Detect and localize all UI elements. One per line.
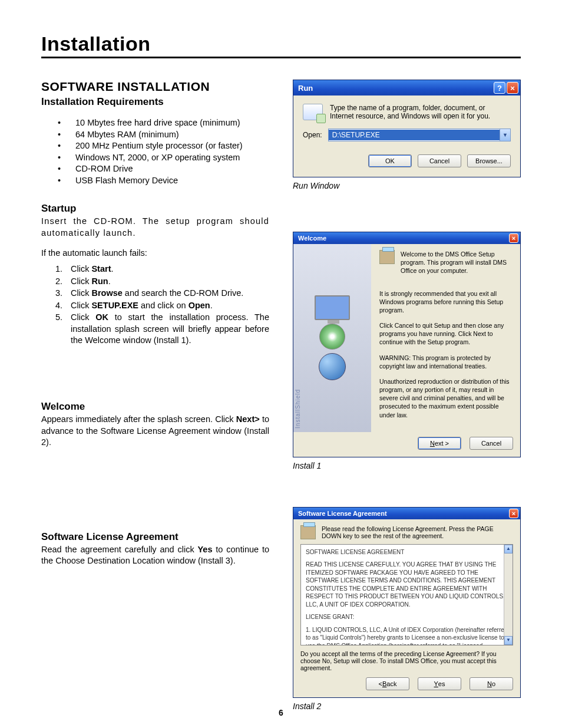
chevron-down-icon[interactable]: ▼ [500, 129, 510, 141]
license-head-text: Please read the following License Agreem… [322, 525, 513, 539]
welcome-body: Appears immediately after the splash scr… [41, 414, 269, 449]
package-icon [300, 525, 316, 539]
run-title-text: Run [298, 84, 313, 93]
license-ta-p: LICENSE GRANT: [306, 613, 508, 621]
welcome-p3: Click Cancel to quit Setup and then clos… [379, 321, 512, 347]
list-item: 64 Mbytes RAM (minimum) [58, 129, 269, 141]
section-heading-welcome: Welcome [41, 401, 269, 413]
welcome-p4: WARNING: This program is protected by co… [379, 354, 512, 370]
open-value: D:\SETUP.EXE [329, 130, 500, 140]
scroll-up-icon[interactable]: ▲ [504, 545, 513, 554]
list-item: 200 MHz Pentium style processor (or fast… [58, 140, 269, 152]
package-icon [379, 250, 395, 264]
list-item: Click OK to start the installation proce… [65, 312, 269, 347]
run-dialog: Run ? × Type the name of a program, fold… [293, 80, 521, 177]
list-item: Click Run. [65, 276, 269, 288]
scrollbar[interactable]: ▲ ▼ [504, 545, 513, 645]
license-ta-p: READ THIS LICENSE CAREFULLY. YOU AGREE T… [306, 561, 508, 608]
scroll-down-icon[interactable]: ▼ [504, 636, 513, 645]
run-instruction: Type the name of a program, folder, docu… [330, 104, 511, 120]
list-item: Click SETUP.EXE and click on Open. [65, 300, 269, 312]
welcome-p1: Welcome to the DMS Office Setup program.… [401, 250, 512, 275]
list-item: Windows NT, 2000, or XP operating system [58, 152, 269, 164]
list-item: Click Browse and search the CD-ROM Drive… [65, 288, 269, 299]
open-combobox[interactable]: D:\SETUP.EXE ▼ [328, 129, 511, 141]
run-caption: Run Window [293, 181, 521, 190]
run-program-icon [303, 104, 323, 120]
run-titlebar: Run ? × [293, 80, 520, 95]
help-icon[interactable]: ? [494, 82, 505, 94]
license-body: Read the agreement carefully and click Y… [41, 544, 269, 567]
welcome-caption: Install 1 [293, 461, 521, 470]
close-icon[interactable]: × [509, 509, 518, 518]
license-ta-p: 1. LIQUID CONTROLS, LLC, A Unit of IDEX … [306, 626, 508, 645]
startup-p1: Insert the CD-ROM. The setup program sho… [41, 216, 269, 239]
installshield-tag: InstallShield [295, 389, 301, 429]
license-ta-p: SOFTWARE LICENSE AGREEMENT [306, 548, 508, 556]
monitor-icon [315, 295, 350, 320]
welcome-side-graphic: InstallShield [293, 244, 371, 432]
welcome-p2: It is strongly recommended that you exit… [379, 289, 512, 315]
page-number: 6 [0, 708, 562, 717]
subheading-install-req: Installation Requirements [41, 96, 269, 108]
requirements-list: 10 Mbytes free hard drive space (minimum… [58, 117, 269, 186]
startup-p2: If the automatic launch fails: [41, 248, 269, 259]
welcome-title-text: Welcome [298, 235, 326, 242]
list-item: Click Start. [65, 263, 269, 275]
license-title-text: Software License Agreement [298, 510, 387, 517]
browse-button[interactable]: Browse... [467, 154, 511, 167]
section-heading-license: Software License Agreement [41, 531, 269, 543]
list-item: USB Flash Memory Device [58, 175, 269, 187]
license-dialog: Software License Agreement × Please read… [293, 507, 521, 698]
ok-button[interactable]: OK [368, 154, 412, 167]
page-title: Installation [41, 32, 521, 58]
startup-steps: Click Start. Click Run. Click Browse and… [65, 263, 269, 347]
license-textarea[interactable]: SOFTWARE LICENSE AGREEMENT READ THIS LIC… [300, 544, 513, 645]
globe-icon [319, 353, 346, 380]
cancel-button[interactable]: Cancel [418, 154, 461, 167]
close-icon[interactable]: × [509, 233, 518, 243]
back-button[interactable]: < Back [366, 677, 409, 690]
open-label: Open: [303, 131, 322, 139]
list-item: CD-ROM Drive [58, 163, 269, 175]
section-heading-startup: Startup [41, 203, 269, 215]
section-heading-software-install: SOFTWARE INSTALLATION [41, 80, 269, 94]
next-button[interactable]: Next > [418, 437, 461, 450]
cancel-button[interactable]: Cancel [470, 437, 513, 450]
license-question: Do you accept all the terms of the prece… [300, 650, 513, 671]
cd-icon [319, 324, 345, 350]
close-icon[interactable]: × [507, 82, 518, 94]
yes-button[interactable]: Yes [418, 677, 461, 690]
license-titlebar: Software License Agreement × [293, 508, 520, 519]
welcome-titlebar: Welcome × [293, 232, 520, 244]
welcome-p5: Unauthorized reproduction or distributio… [379, 377, 512, 419]
welcome-dialog: Welcome × InstallShield Welcome to [293, 232, 521, 457]
no-button[interactable]: No [470, 677, 513, 690]
list-item: 10 Mbytes free hard drive space (minimum… [58, 117, 269, 129]
